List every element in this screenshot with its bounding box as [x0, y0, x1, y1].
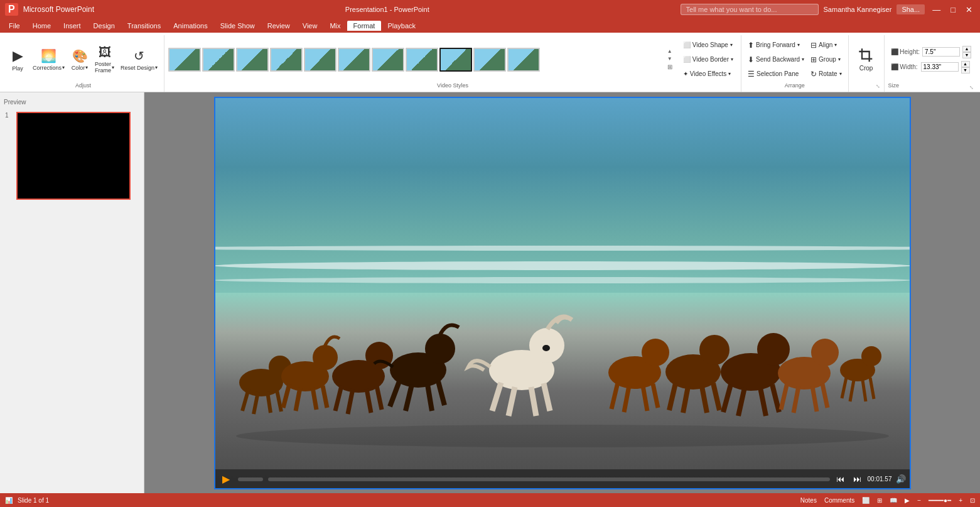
- video-style-1[interactable]: [168, 48, 201, 72]
- video-effects-button[interactable]: ✦ Video Effects ▾: [679, 67, 737, 81]
- size-inputs: ⬛ Height: ▲ ▼ ⬛ Width: ▲ ▼: [888, 43, 974, 76]
- width-input[interactable]: [921, 62, 959, 72]
- status-zoom-slider[interactable]: ━━━━●━: [929, 497, 951, 504]
- align-icon: ⊟: [810, 41, 817, 50]
- maximize-button[interactable]: □: [948, 5, 958, 14]
- file-name: Presentation1 - PowerPoint: [345, 6, 429, 13]
- video-effects-dropdown-arrow: ▾: [728, 71, 731, 77]
- scroll-up-button[interactable]: ▲: [665, 48, 674, 55]
- poster-frame-label: Poster Frame▾: [95, 61, 114, 74]
- play-icon: ▶: [13, 48, 23, 64]
- video-style-3[interactable]: [236, 48, 269, 72]
- menu-format[interactable]: Format: [347, 21, 382, 31]
- reset-design-button[interactable]: ↺ Reset Design▾: [118, 41, 160, 79]
- status-zoom-in[interactable]: +: [959, 497, 962, 504]
- menu-view[interactable]: View: [296, 21, 324, 31]
- svg-line-58: [850, 380, 854, 401]
- color-button[interactable]: 🎨 Color ▾: [68, 41, 91, 79]
- size-expand-icon[interactable]: ⤡: [969, 85, 974, 90]
- slide-1-container[interactable]: 1: [3, 109, 141, 202]
- video-style-8[interactable]: [406, 48, 438, 72]
- svg-point-19: [425, 334, 455, 364]
- search-input[interactable]: [681, 4, 819, 15]
- rewind-button[interactable]: ⏮: [834, 474, 847, 484]
- svg-line-39: [669, 383, 676, 410]
- menu-home[interactable]: Home: [26, 21, 57, 31]
- status-notes-button[interactable]: Notes: [800, 497, 817, 504]
- corrections-button[interactable]: 🌅 Corrections ▾: [30, 41, 67, 79]
- send-backward-button[interactable]: ⬇ Send Backward ▾: [745, 53, 807, 67]
- user-name: Samantha Kannegiser: [824, 6, 892, 13]
- bring-forward-button[interactable]: ⬆ Bring Forward ▾: [745, 38, 807, 52]
- slide-1-thumbnail[interactable]: [16, 112, 131, 200]
- rotate-button[interactable]: ↻ Rotate ▾: [808, 67, 844, 81]
- svg-line-36: [653, 384, 658, 408]
- video-shape-button[interactable]: ⬜ Video Shape ▾: [679, 38, 737, 52]
- poster-frame-button[interactable]: 🖼 Poster Frame▾: [92, 41, 117, 79]
- video-style-6[interactable]: [338, 48, 370, 72]
- video-style-5[interactable]: [304, 48, 337, 72]
- menu-animations[interactable]: Animations: [167, 21, 213, 31]
- status-zoom-out[interactable]: −: [917, 497, 921, 504]
- svg-line-9: [296, 388, 300, 411]
- slide-canvas[interactable]: ▶ ⏮ ⏭ 00:01.57 🔊: [214, 97, 911, 489]
- menu-slideshow[interactable]: Slide Show: [214, 21, 261, 31]
- horses-svg: [214, 276, 911, 452]
- scroll-more-button[interactable]: ⊞: [665, 63, 674, 71]
- reset-design-icon: ↺: [134, 48, 144, 63]
- volume-icon[interactable]: 🔊: [896, 474, 906, 484]
- group-button[interactable]: ⊞ Group ▾: [808, 53, 844, 67]
- width-increment-button[interactable]: ▲: [961, 61, 970, 67]
- status-zoom-fit[interactable]: ⊡: [970, 497, 975, 504]
- video-style-11[interactable]: [507, 48, 540, 72]
- align-dropdown-arrow: ▾: [834, 42, 837, 48]
- slide-1-number: 1: [5, 112, 13, 119]
- menu-transitions[interactable]: Transitions: [121, 21, 167, 31]
- video-border-button[interactable]: ⬜ Video Border ▾: [679, 53, 737, 67]
- menu-mix[interactable]: Mix: [323, 21, 347, 31]
- status-view-normal[interactable]: ⬜: [862, 497, 870, 504]
- status-view-reading[interactable]: 📖: [890, 497, 897, 504]
- height-input[interactable]: [922, 47, 960, 57]
- share-button[interactable]: Sha...: [897, 4, 925, 14]
- video-style-9[interactable]: [439, 48, 472, 72]
- svg-line-51: [781, 383, 787, 410]
- height-increment-button[interactable]: ▲: [962, 46, 971, 52]
- selection-pane-button[interactable]: ☰ Selection Pane: [745, 67, 807, 81]
- video-style-7[interactable]: [372, 48, 404, 72]
- progress-bar[interactable]: [268, 477, 830, 481]
- align-button[interactable]: ⊟ Align ▾: [808, 38, 844, 52]
- crop-expand-icon[interactable]: ⤡: [876, 84, 880, 89]
- status-comments-button[interactable]: Comments: [824, 497, 854, 504]
- menu-playback[interactable]: Playback: [381, 21, 422, 31]
- menu-review[interactable]: Review: [261, 21, 296, 31]
- svg-line-34: [624, 386, 629, 412]
- title-bar-right: Samantha Kannegiser Sha... — □ ✕: [681, 4, 975, 15]
- video-style-2[interactable]: [202, 48, 235, 72]
- scroll-down-button[interactable]: ▼: [665, 55, 674, 62]
- width-decrement-button[interactable]: ▼: [961, 67, 970, 74]
- svg-point-30: [542, 345, 550, 351]
- minimize-button[interactable]: —: [930, 5, 943, 14]
- size-group-content: ⬛ Height: ▲ ▼ ⬛ Width: ▲ ▼: [888, 36, 974, 82]
- video-style-10[interactable]: [473, 48, 506, 72]
- crop-button[interactable]: Crop: [853, 37, 880, 81]
- ribbon-group-video-styles: ▲ ▼ ⊞ ⬜ Video Shape ▾ ⬜ Video Border ▾ ✦: [164, 35, 741, 92]
- main-area: Preview 1: [0, 92, 980, 493]
- svg-line-57: [842, 378, 846, 398]
- slides-panel-label: Preview: [3, 97, 141, 109]
- svg-line-21: [406, 384, 412, 411]
- video-style-4[interactable]: [270, 48, 303, 72]
- menu-design[interactable]: Design: [87, 21, 121, 31]
- menu-file[interactable]: File: [3, 21, 26, 31]
- menu-insert[interactable]: Insert: [57, 21, 87, 31]
- status-view-slide-sorter[interactable]: ⊞: [877, 497, 882, 504]
- status-view-slideshow[interactable]: ▶: [905, 497, 910, 504]
- video-style-scroll: ▲ ▼ ⊞: [665, 48, 674, 71]
- play-button[interactable]: ▶ Play: [6, 41, 29, 79]
- video-play-button[interactable]: ▶: [219, 472, 233, 486]
- forward-button[interactable]: ⏭: [851, 474, 864, 484]
- height-decrement-button[interactable]: ▼: [962, 52, 971, 58]
- svg-line-17: [377, 386, 382, 410]
- close-button[interactable]: ✕: [963, 5, 975, 14]
